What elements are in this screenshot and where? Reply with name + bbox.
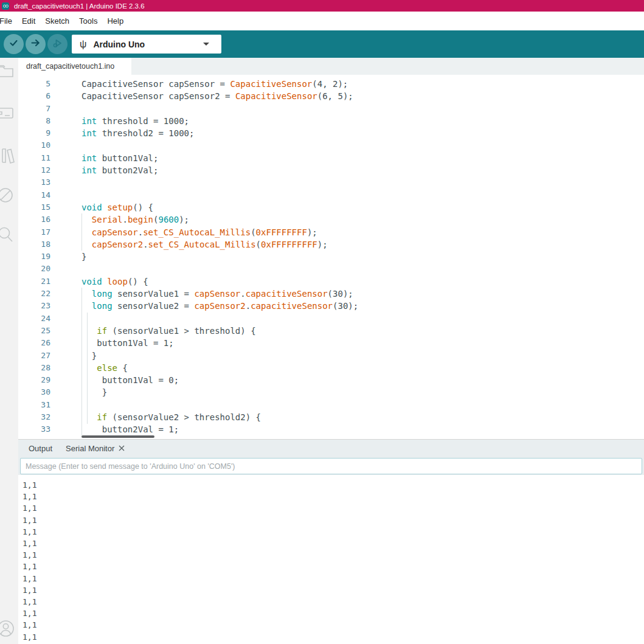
- library-manager-icon: [0, 157, 15, 167]
- code-line: long sensorValue1 = capSensor.capacitive…: [81, 288, 358, 300]
- code-line: capSensor2.set_CS_AutocaL_Millis(0xFFFFF…: [81, 238, 358, 251]
- main-area: draft_capacitivetouch1.ino 5678910111213…: [18, 58, 644, 644]
- board-selector-label: Arduino Uno: [93, 40, 145, 49]
- menu-item-sketch[interactable]: Sketch: [40, 16, 74, 26]
- code-line: [81, 103, 358, 115]
- code-line: [81, 263, 358, 275]
- code-line: else {: [81, 362, 358, 374]
- menubar: FileEditSketchToolsHelp: [0, 12, 644, 30]
- line-number: 10: [18, 139, 50, 151]
- tab-sketch-file[interactable]: draft_capacitivetouch1.ino: [18, 58, 131, 75]
- serial-line: 1,1: [23, 619, 644, 631]
- search-icon: [0, 235, 15, 246]
- code-line: button1Val = 1;: [81, 337, 358, 349]
- bottom-panel: Output Serial Monitor 1,11,11,11,11,11,1…: [18, 439, 644, 644]
- serial-line: 1,1: [23, 561, 644, 572]
- upload-button[interactable]: [26, 34, 46, 54]
- line-number: 18: [18, 238, 50, 251]
- tab-output-label: Output: [29, 444, 52, 453]
- verify-button[interactable]: [4, 34, 24, 54]
- line-number: 28: [18, 362, 50, 374]
- line-number: 24: [18, 313, 50, 325]
- code-line: CapacitiveSensor capSensor2 = Capacitive…: [81, 90, 358, 102]
- debug-button[interactable]: [47, 34, 68, 54]
- line-number: 14: [18, 189, 50, 201]
- line-number: 31: [18, 399, 50, 411]
- sketchbook-folder-icon: [0, 72, 15, 82]
- line-number: 19: [18, 251, 50, 263]
- code-editor[interactable]: 5678910111213141516171819202122232425262…: [18, 75, 644, 439]
- serial-line: 1,1: [23, 526, 644, 538]
- tab-serial-monitor[interactable]: Serial Monitor: [59, 444, 131, 453]
- line-number: 20: [18, 263, 50, 275]
- code-line: void setup() {: [81, 201, 358, 213]
- line-number: 21: [18, 275, 50, 288]
- sidebar-item-boards-manager[interactable]: [0, 104, 15, 122]
- line-number: 11: [18, 152, 50, 164]
- serial-line: 1,1: [23, 596, 644, 608]
- line-number: 5: [18, 78, 50, 90]
- sidebar-item-search[interactable]: [0, 226, 15, 244]
- code-line: [81, 313, 358, 325]
- sidebar-item-debug[interactable]: [0, 186, 15, 204]
- menu-item-edit[interactable]: Edit: [17, 16, 40, 26]
- arduino-app-icon: [2, 2, 9, 10]
- code-line: capSensor.set_CS_AutocaL_Millis(0xFFFFFF…: [81, 226, 358, 238]
- code-line: int threshold2 = 1000;: [81, 127, 358, 139]
- code-line: }: [81, 251, 358, 263]
- titlebar: draft_capacitivetouch1 | Arduino IDE 2.3…: [0, 0, 644, 12]
- serial-message-input[interactable]: [20, 458, 642, 474]
- board-selector[interactable]: ψ Arduino Uno: [72, 35, 221, 54]
- boards-manager-icon: [0, 114, 15, 124]
- line-number: 26: [18, 337, 50, 349]
- tab-serial-monitor-label: Serial Monitor: [66, 444, 114, 453]
- sidebar-item-account[interactable]: [0, 619, 15, 637]
- code-line: [81, 399, 358, 411]
- code-line: CapacitiveSensor capSensor = CapacitiveS…: [81, 78, 358, 90]
- code-line: long sensorValue2 = capSensor2.capacitiv…: [81, 300, 358, 312]
- check-icon: [9, 38, 19, 50]
- line-number: 8: [18, 115, 50, 127]
- line-number: 6: [18, 90, 50, 102]
- sidebar-item-library-manager[interactable]: [0, 146, 15, 164]
- serial-line: 1,1: [23, 631, 644, 643]
- code-line: Serial.begin(9600);: [81, 213, 358, 226]
- line-number: 15: [18, 201, 50, 213]
- line-number: 13: [18, 176, 50, 189]
- code-line: int button2Val;: [81, 164, 358, 176]
- line-number: 30: [18, 386, 50, 398]
- window-title: draft_capacitivetouch1 | Arduino IDE 2.3…: [14, 2, 145, 10]
- serial-line: 1,1: [23, 479, 644, 491]
- code-line: [81, 176, 358, 189]
- line-number: 22: [18, 288, 50, 300]
- menu-item-help[interactable]: Help: [102, 16, 128, 26]
- code-line: [81, 189, 358, 201]
- line-number: 12: [18, 164, 50, 176]
- tab-label: draft_capacitivetouch1.ino: [26, 62, 114, 71]
- close-icon[interactable]: [119, 444, 125, 453]
- editor-tabstrip: draft_capacitivetouch1.ino: [18, 58, 644, 75]
- arduino-ide-window: draft_capacitivetouch1 | Arduino IDE 2.3…: [0, 0, 644, 644]
- sidebar-item-sketchbook[interactable]: [0, 62, 15, 80]
- debug-icon: [52, 38, 63, 51]
- toolbar: ψ Arduino Uno: [0, 30, 644, 58]
- tab-output[interactable]: Output: [22, 444, 59, 453]
- line-number: 29: [18, 374, 50, 386]
- line-number: 9: [18, 127, 50, 139]
- serial-output[interactable]: 1,11,11,11,11,11,11,11,11,11,11,11,11,11…: [18, 475, 644, 644]
- menu-item-tools[interactable]: Tools: [74, 16, 102, 26]
- line-number: 27: [18, 350, 50, 362]
- line-number: 33: [18, 423, 50, 435]
- horizontal-scrollbar[interactable]: [81, 435, 154, 438]
- line-number: 16: [18, 213, 50, 226]
- menu-item-file[interactable]: File: [0, 16, 17, 26]
- code-line: if (sensorValue2 > threshold2) {: [81, 411, 358, 423]
- line-number: 7: [18, 103, 50, 115]
- serial-line: 1,1: [23, 573, 644, 584]
- serial-line: 1,1: [23, 538, 644, 549]
- code-line: int button1Val;: [81, 152, 358, 164]
- code-line: button2Val = 1;: [81, 423, 358, 435]
- code-line: if (sensorValue1 > threshold) {: [81, 325, 358, 337]
- serial-line: 1,1: [23, 584, 644, 596]
- code-line: }: [81, 350, 358, 362]
